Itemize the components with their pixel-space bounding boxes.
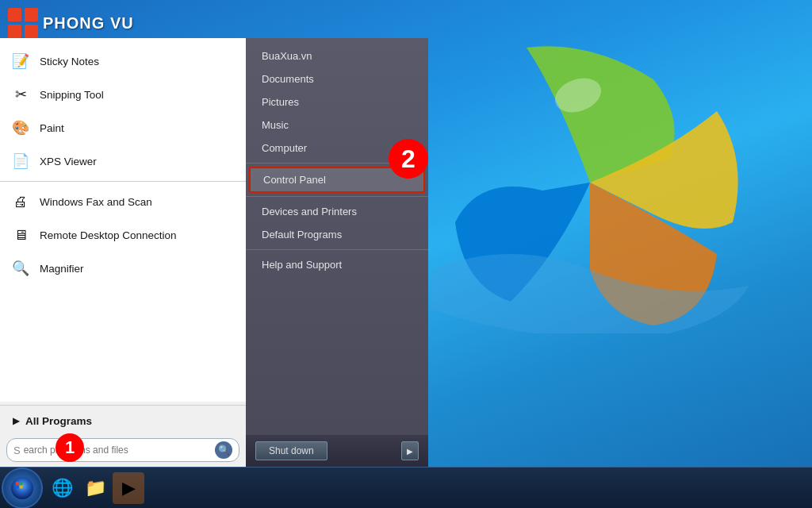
sticky-notes-icon: 📝 <box>10 50 32 72</box>
menu-item-snipping-tool[interactable]: ✂Snipping Tool <box>0 78 246 111</box>
menu-item-sticky-notes[interactable]: 📝Sticky Notes <box>0 44 246 78</box>
magnifier-label: Magnifier <box>40 263 84 275</box>
paint-icon: 🎨 <box>10 117 32 139</box>
right-menu-list: BuaXua.vnDocumentsPicturesMusicComputerC… <box>246 38 428 435</box>
control-panel-label: Control Panel <box>263 174 326 186</box>
windows-orb-icon <box>10 476 34 500</box>
separator <box>0 405 246 406</box>
start-menu-right-panel: BuaXua.vnDocumentsPicturesMusicComputerC… <box>246 38 428 467</box>
separator <box>0 181 246 182</box>
taskbar-icons: 🌐 📁 ▶ <box>46 472 144 504</box>
snipping-tool-label: Snipping Tool <box>40 89 104 101</box>
menu-item-xps-viewer[interactable]: 📄XPS Viewer <box>0 144 246 178</box>
devices-printers-label: Devices and Printers <box>262 206 357 217</box>
menu-item-fax-scan[interactable]: 🖨Windows Fax and Scan <box>0 185 246 218</box>
phongvu-watermark: PHONG VU <box>8 8 134 38</box>
fax-scan-label: Windows Fax and Scan <box>40 196 152 208</box>
remote-desktop-icon: 🖥 <box>10 224 32 246</box>
svg-rect-6 <box>16 482 19 485</box>
svg-rect-8 <box>16 485 19 488</box>
help-support-label: Help and Support <box>262 259 342 271</box>
svg-rect-7 <box>20 482 23 485</box>
paint-label: Paint <box>40 122 64 134</box>
shutdown-arrow-button[interactable]: ▶ <box>401 441 419 460</box>
all-programs-button[interactable]: ▶ All Programs <box>0 409 246 433</box>
search-prefix: S <box>13 444 21 456</box>
start-menu-left-panel: 📝Sticky Notes✂Snipping Tool🎨Paint📄XPS Vi… <box>0 38 246 467</box>
windows-logo <box>431 32 749 333</box>
computer-label: Computer <box>262 142 307 154</box>
remote-desktop-label: Remote Desktop Connection <box>40 229 177 241</box>
svg-rect-2 <box>25 8 38 21</box>
search-button[interactable]: 🔍 <box>215 441 232 459</box>
music-label: Music <box>262 119 289 131</box>
right-separator <box>246 196 428 197</box>
search-bar: S 🔍 <box>6 438 239 462</box>
right-menu-item-devices-printers[interactable]: Devices and Printers <box>246 200 428 223</box>
right-menu-item-buaxua[interactable]: BuaXua.vn <box>246 44 428 67</box>
step1-badge: 1 <box>56 433 84 462</box>
taskbar-ie-icon[interactable]: 🌐 <box>46 472 78 504</box>
default-programs-label: Default Programs <box>262 229 342 241</box>
start-button[interactable] <box>2 468 43 509</box>
right-menu-item-music[interactable]: Music <box>246 114 428 137</box>
xps-viewer-icon: 📄 <box>10 150 32 172</box>
taskbar-media-icon[interactable]: ▶ <box>113 472 144 504</box>
shutdown-bar: Shut down ▶ <box>246 435 428 467</box>
right-menu-item-default-programs[interactable]: Default Programs <box>246 223 428 246</box>
right-menu-item-help-support[interactable]: Help and Support <box>246 253 428 276</box>
svg-rect-3 <box>8 25 21 38</box>
right-separator <box>246 249 428 250</box>
fax-scan-icon: 🖨 <box>10 190 32 213</box>
search-input[interactable] <box>24 444 215 456</box>
taskbar: 🌐 📁 ▶ <box>0 467 812 508</box>
recent-programs-list: 📝Sticky Notes✂Snipping Tool🎨Paint📄XPS Vi… <box>0 38 246 402</box>
taskbar-explorer-icon[interactable]: 📁 <box>79 472 111 504</box>
right-menu-item-documents[interactable]: Documents <box>246 67 428 90</box>
sticky-notes-label: Sticky Notes <box>40 56 99 67</box>
menu-item-remote-desktop[interactable]: 🖥Remote Desktop Connection <box>0 218 246 252</box>
phongvu-icon <box>8 8 38 38</box>
phongvu-label: PHONG VU <box>43 14 134 33</box>
pictures-label: Pictures <box>262 96 299 108</box>
svg-rect-9 <box>20 485 23 488</box>
menu-item-paint[interactable]: 🎨Paint <box>0 111 246 144</box>
documents-label: Documents <box>262 73 314 85</box>
buaxua-label: BuaXua.vn <box>262 50 312 62</box>
start-menu: 📝Sticky Notes✂Snipping Tool🎨Paint📄XPS Vi… <box>0 38 428 467</box>
svg-rect-4 <box>25 25 38 38</box>
right-menu-item-pictures[interactable]: Pictures <box>246 90 428 114</box>
step2-badge: 2 <box>389 139 428 179</box>
svg-rect-1 <box>8 8 21 21</box>
xps-viewer-label: XPS Viewer <box>40 156 97 167</box>
magnifier-icon: 🔍 <box>10 257 32 279</box>
shutdown-button[interactable]: Shut down <box>255 441 327 460</box>
snipping-tool-icon: ✂ <box>10 83 32 106</box>
menu-item-magnifier[interactable]: 🔍Magnifier <box>0 252 246 285</box>
